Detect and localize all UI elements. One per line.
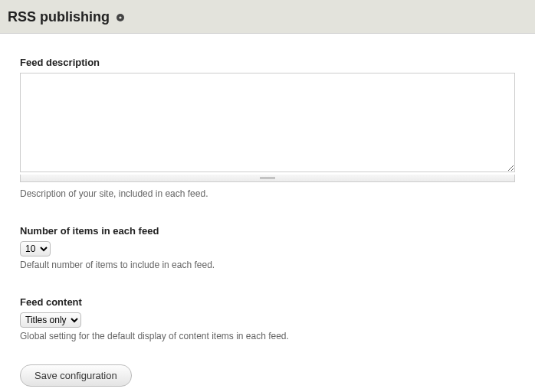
page-header: RSS publishing — [0, 0, 535, 34]
gear-icon[interactable] — [116, 13, 125, 22]
svg-point-1 — [119, 16, 121, 18]
save-configuration-button[interactable]: Save configuration — [20, 364, 132, 387]
feed-content-group: Feed content Titles only Global setting … — [20, 296, 515, 341]
feed-description-group: Feed description Description of your sit… — [20, 57, 515, 199]
textarea-resize-handle[interactable] — [20, 175, 515, 182]
items-count-label: Number of items in each feed — [20, 225, 515, 237]
items-count-select[interactable]: 10 — [20, 241, 51, 256]
feed-description-input[interactable] — [20, 73, 515, 172]
form-content: Feed description Description of your sit… — [0, 34, 535, 392]
items-count-help: Default number of items to include in ea… — [20, 260, 515, 270]
feed-description-help: Description of your site, included in ea… — [20, 188, 515, 199]
feed-content-select[interactable]: Titles only — [20, 312, 81, 328]
items-count-group: Number of items in each feed 10 Default … — [20, 225, 515, 270]
feed-content-help: Global setting for the default display o… — [20, 331, 515, 341]
feed-content-label: Feed content — [20, 296, 515, 308]
page-title: RSS publishing — [8, 9, 110, 25]
feed-description-label: Feed description — [20, 57, 515, 68]
